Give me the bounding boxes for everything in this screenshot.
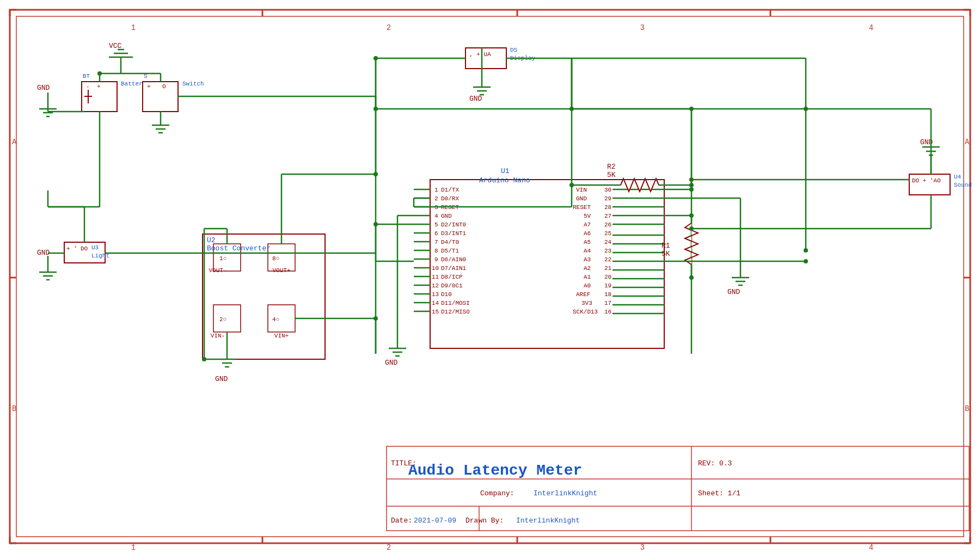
drawnby-value: InterlinkKnight	[516, 517, 580, 525]
svg-text:O: O	[162, 83, 166, 90]
svg-text:D0/RX: D0/RX	[441, 195, 459, 202]
u3-ref: U3	[91, 244, 99, 251]
svg-text:28: 28	[604, 204, 611, 211]
svg-text:18: 18	[604, 291, 611, 298]
svg-text:15: 15	[432, 309, 439, 315]
svg-text:12: 12	[432, 282, 439, 289]
svg-text:22: 22	[604, 256, 611, 263]
svg-text:D6/AIN0: D6/AIN0	[441, 256, 466, 263]
svg-text:10: 10	[432, 265, 439, 272]
s-label: Switch	[182, 81, 204, 87]
svg-text:8○: 8○	[272, 255, 279, 262]
svg-text:21: 21	[604, 265, 612, 272]
svg-text:D9/0C1: D9/0C1	[441, 282, 463, 289]
svg-point-249	[373, 222, 378, 226]
svg-rect-99	[430, 180, 664, 348]
svg-text:A1: A1	[584, 274, 591, 280]
svg-text:30: 30	[604, 187, 611, 193]
svg-text:RESET: RESET	[573, 204, 591, 211]
svg-text:A2: A2	[584, 265, 591, 272]
company-value: InterlinkKnight	[534, 489, 597, 497]
row-label-a-right: A	[965, 138, 970, 146]
svg-text:27: 27	[604, 213, 611, 219]
date-value: 2021-07-09	[414, 517, 456, 525]
svg-text:D5/T1: D5/T1	[441, 248, 459, 254]
svg-text:D12/MISO: D12/MISO	[441, 309, 470, 315]
svg-text:D8/ICP: D8/ICP	[441, 274, 463, 280]
svg-text:VOUT-: VOUT-	[209, 267, 226, 274]
col-label-1-bot: 1	[131, 543, 136, 552]
svg-text:D10: D10	[441, 291, 452, 298]
svg-text:A7: A7	[584, 222, 591, 228]
svg-text:11: 11	[432, 274, 439, 280]
svg-text:A6: A6	[584, 230, 591, 237]
svg-text:17: 17	[604, 300, 611, 306]
r2-ref: R2	[607, 163, 616, 171]
col-label-2-bot: 2	[387, 543, 391, 552]
svg-text:6: 6	[434, 230, 438, 237]
svg-text:D4/T0: D4/T0	[441, 239, 459, 245]
r1-ref: R1	[661, 242, 670, 250]
svg-point-228	[689, 226, 694, 231]
rev-label: REV: 0.3	[698, 459, 732, 468]
svg-text:A0: A0	[584, 282, 591, 289]
svg-point-230	[373, 56, 378, 60]
svg-text:D2/INT0: D2/INT0	[441, 222, 466, 228]
svg-rect-67	[213, 305, 241, 332]
svg-text:23: 23	[604, 248, 611, 254]
sheet-label: Sheet: 1/1	[698, 489, 740, 497]
svg-text:A4: A4	[584, 248, 591, 254]
svg-text:+ ': + '	[66, 245, 77, 252]
schematic-title: Audio Latency Meter	[408, 462, 582, 479]
svg-text:-: -	[86, 83, 90, 90]
svg-text:D7/AIN1: D7/AIN1	[441, 265, 467, 272]
u2-ref: U2	[207, 236, 216, 244]
ds-ref: DS	[510, 47, 518, 53]
svg-text:25: 25	[604, 230, 611, 237]
col-label-3-bot: 3	[640, 543, 645, 552]
u1-label: Arduino Nano	[479, 176, 530, 185]
date-label: Date:	[391, 517, 412, 525]
svg-text:20: 20	[604, 274, 611, 280]
col-label-2-top: 2	[387, 23, 391, 32]
svg-text:D1/TX: D1/TX	[441, 187, 459, 193]
schematic-container: 1 2 3 4 1 2 3 4 A B A B VCC GND - + BT B…	[0, 0, 980, 553]
u4-ref: U4	[954, 174, 961, 180]
svg-text:7: 7	[434, 239, 438, 245]
svg-point-255	[804, 248, 808, 253]
gnd-label-5: GND	[727, 288, 740, 296]
svg-text:13: 13	[432, 291, 439, 298]
row-label-b-left: B	[12, 404, 16, 413]
svg-point-203	[689, 187, 694, 192]
svg-text:VIN-: VIN-	[211, 333, 225, 339]
vcc-label: VCC	[109, 42, 122, 50]
svg-text:26: 26	[604, 222, 611, 228]
svg-text:SCK/D13: SCK/D13	[573, 309, 598, 315]
svg-text:14: 14	[432, 300, 439, 306]
svg-text:GND: GND	[576, 195, 587, 202]
svg-text:D3/INT1: D3/INT1	[441, 230, 467, 237]
gnd-label-3: GND	[215, 375, 228, 383]
r2-label: 5K	[607, 171, 616, 179]
svg-text:3V3: 3V3	[581, 300, 592, 306]
row-label-a-left: A	[12, 138, 17, 146]
svg-text:4○: 4○	[272, 316, 279, 323]
gnd-label-4: GND	[385, 359, 398, 367]
col-label-1-top: 1	[131, 23, 136, 32]
svg-text:2○: 2○	[219, 316, 226, 323]
svg-text:DO: DO	[81, 245, 88, 252]
svg-text:A3: A3	[584, 256, 591, 263]
svg-text:+: +	[97, 83, 101, 90]
bt-ref: BT	[83, 73, 90, 79]
svg-text:4: 4	[434, 213, 438, 219]
svg-text:9: 9	[434, 256, 438, 263]
svg-text:24: 24	[604, 239, 612, 245]
col-label-4-top: 4	[869, 23, 873, 32]
svg-text:AREF: AREF	[576, 291, 590, 298]
svg-text:D11/MOSI: D11/MOSI	[441, 300, 470, 306]
svg-text:2: 2	[434, 195, 438, 202]
svg-text:, + UA: , + UA	[469, 51, 491, 58]
col-label-4-bot: 4	[869, 543, 873, 552]
gnd-label-ds: GND	[469, 95, 482, 103]
svg-text:1○: 1○	[219, 255, 226, 262]
